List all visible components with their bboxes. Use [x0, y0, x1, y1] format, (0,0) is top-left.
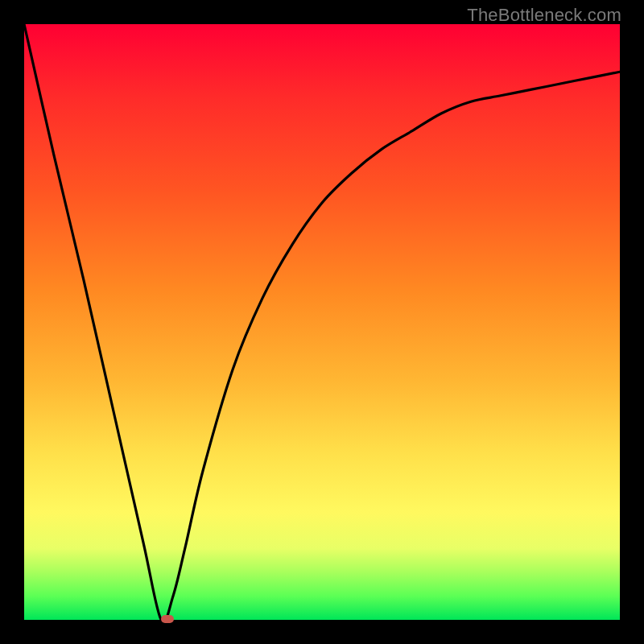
chart-frame: TheBottleneck.com: [0, 0, 644, 644]
optimum-marker: [161, 615, 174, 623]
watermark-text: TheBottleneck.com: [467, 5, 621, 26]
plot-area: [24, 24, 620, 620]
bottleneck-curve: [24, 24, 620, 620]
